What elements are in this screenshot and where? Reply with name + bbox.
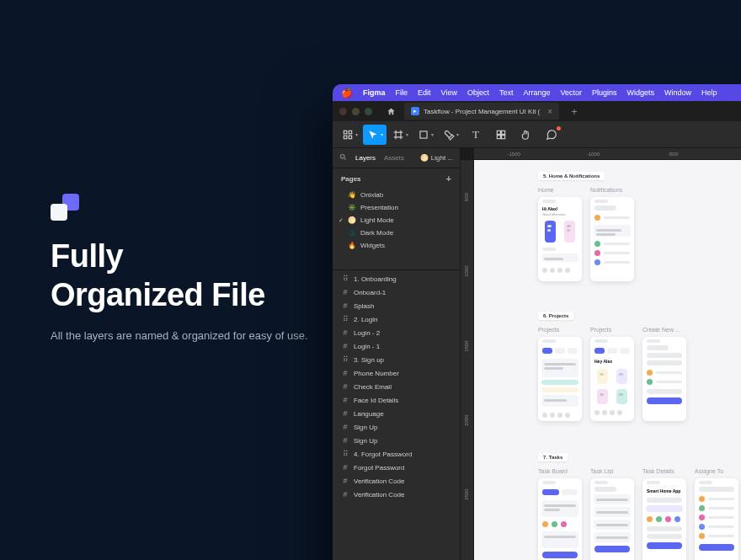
mock-task-details-title: Smart Home App: [642, 487, 686, 495]
canvas-content[interactable]: 5xt.com 5. Home & Notifications Home Not…: [474, 160, 741, 560]
menu-file[interactable]: File: [396, 88, 408, 97]
canvas-area[interactable]: -1500-1000-5000500 500100015002000250030…: [461, 148, 741, 560]
new-tab-button[interactable]: +: [571, 105, 578, 118]
tab-close-icon[interactable]: ×: [547, 107, 552, 116]
frame-label-task-board[interactable]: Task Board: [538, 468, 568, 474]
layer-frame-language[interactable]: #Language: [333, 407, 460, 420]
layer-frame-forgot-password[interactable]: #Forgot Password: [333, 461, 460, 474]
page-item-more[interactable]: [333, 252, 460, 264]
traffic-lights: [339, 108, 372, 115]
layer-section-signup[interactable]: ⠿3. Sign up: [333, 353, 460, 366]
frame-projects-1[interactable]: [538, 337, 582, 421]
page-selector-chip[interactable]: 🌕 Light ...: [420, 154, 453, 162]
figma-window: 🍎 Figma File Edit View Object Text Arran…: [333, 84, 741, 560]
frame-task-board[interactable]: [538, 478, 582, 560]
section-label-tasks[interactable]: 7. Tasks: [538, 453, 568, 461]
menu-edit[interactable]: Edit: [418, 88, 431, 97]
section-label-projects[interactable]: 6. Projects: [538, 312, 573, 320]
layer-section-login[interactable]: ⠿2. Login: [333, 312, 460, 326]
window-zoom-icon[interactable]: [365, 108, 372, 115]
pages-header-label: Pages: [341, 175, 361, 183]
tab-assets[interactable]: Assets: [384, 154, 404, 162]
frame-label-projects-2[interactable]: Projects: [590, 327, 611, 333]
layer-frame-onboard-1[interactable]: #Onboard-1: [333, 285, 460, 299]
layer-frame-login-2[interactable]: #Login - 2: [333, 326, 460, 339]
window-close-icon[interactable]: [339, 108, 347, 115]
file-tab[interactable]: ▸ Taskflow - Project Management UI Kit (…: [404, 103, 559, 120]
frame-notifications[interactable]: [590, 197, 634, 281]
menu-plugins[interactable]: Plugins: [592, 88, 617, 97]
layer-frame-check-email[interactable]: #Check Email: [333, 380, 460, 393]
layer-frame-phone-number[interactable]: #Phone Number: [333, 366, 460, 380]
frame-tool-button[interactable]: ▾: [388, 125, 412, 145]
menu-vector[interactable]: Vector: [560, 88, 582, 97]
section-label-home[interactable]: 5. Home & Notifications: [538, 172, 605, 180]
layer-section-onboarding[interactable]: ⠿1. Onboarding: [333, 272, 460, 285]
home-tab-icon[interactable]: [382, 104, 399, 118]
page-item-dark-mode[interactable]: 🌑Dark Mode: [333, 227, 460, 239]
menu-help[interactable]: Help: [701, 88, 717, 97]
frame-label-assigne-to[interactable]: Assigne To: [695, 468, 723, 474]
menu-object[interactable]: Object: [467, 88, 489, 97]
frame-label-task-list[interactable]: Task List: [590, 468, 613, 474]
frame-label-task-details[interactable]: Task Details: [642, 468, 674, 474]
menu-arrange[interactable]: Arrange: [523, 88, 550, 97]
frame-label-projects-1[interactable]: Projects: [538, 327, 559, 333]
resources-button[interactable]: [489, 125, 513, 145]
layer-frame-sign-up[interactable]: #Sign Up: [333, 420, 460, 434]
frame-label-notifications[interactable]: Notifications: [590, 187, 622, 193]
page-item-onixlab[interactable]: 👋Onixlab: [333, 189, 460, 201]
layer-frame-splash[interactable]: #Splash: [333, 299, 460, 312]
menu-text[interactable]: Text: [499, 88, 514, 97]
menu-window[interactable]: Window: [664, 88, 691, 97]
layer-frame-verification-1[interactable]: #Verification Code: [333, 474, 460, 488]
page-item-presentation[interactable]: ✳️Presentation: [333, 201, 460, 214]
ruler-vertical: 50010001500200025003000: [461, 160, 474, 560]
frame-label-home[interactable]: Home: [538, 187, 554, 193]
layer-frame-face-id[interactable]: #Face Id Details: [333, 393, 460, 407]
file-tab-badge-icon: ▸: [411, 107, 419, 115]
frame-create-new[interactable]: [642, 337, 686, 421]
hand-tool-button[interactable]: [514, 125, 538, 145]
main-menu-button[interactable]: ▾: [338, 125, 361, 145]
mock-home-sub: Good afternoon: [538, 212, 582, 218]
svg-rect-4: [419, 131, 426, 137]
frame-task-details[interactable]: Smart Home App: [642, 478, 686, 560]
svg-rect-7: [497, 135, 500, 138]
app-menu-figma[interactable]: Figma: [363, 88, 386, 97]
search-icon[interactable]: [339, 153, 347, 163]
window-titlebar: ▸ Taskflow - Project Management UI Kit (…: [333, 101, 741, 121]
frame-assigne-to[interactable]: [695, 478, 738, 560]
promo-icon: [51, 194, 79, 222]
ruler-horizontal: -1500-1000-5000500: [474, 148, 741, 160]
apple-menu-icon[interactable]: 🍎: [341, 88, 353, 99]
frame-label-create-new[interactable]: Create New ...: [642, 327, 680, 333]
pages-list: 👋Onixlab ✳️Presentation 🌕Light Mode 🌑Dar…: [333, 189, 460, 269]
layer-section-forgot[interactable]: ⠿4. Forgot Password: [333, 447, 460, 461]
promo-subtitle: All the layers are named & organized for…: [51, 328, 320, 344]
layer-frame-login-1[interactable]: #Login - 1: [333, 339, 460, 353]
add-page-button[interactable]: +: [446, 173, 451, 184]
text-tool-button[interactable]: T: [464, 125, 488, 145]
shape-tool-button[interactable]: ▾: [413, 125, 437, 145]
move-tool-button[interactable]: ▾: [363, 125, 386, 145]
mock-projects-greeting: Hey Alex: [590, 356, 634, 366]
svg-rect-6: [502, 131, 505, 134]
frame-projects-2[interactable]: Hey Alex: [590, 337, 634, 421]
svg-rect-5: [497, 131, 500, 134]
svg-rect-8: [502, 135, 505, 138]
frame-task-list[interactable]: [590, 478, 634, 560]
mock-home-greeting: Hi Alex!: [538, 205, 582, 212]
frame-home[interactable]: Hi Alex! Good afternoon: [538, 197, 582, 281]
tab-layers[interactable]: Layers: [355, 154, 376, 162]
comment-tool-button[interactable]: [540, 125, 563, 145]
layer-frame-verification-2[interactable]: #Verification Code: [333, 488, 460, 501]
layer-frame-sign-up-2[interactable]: #Sign Up: [333, 434, 460, 447]
window-minimize-icon[interactable]: [352, 108, 360, 115]
svg-rect-1: [349, 131, 352, 134]
pen-tool-button[interactable]: ▾: [439, 125, 462, 145]
menu-widgets[interactable]: Widgets: [627, 88, 655, 97]
page-item-widgets[interactable]: 🔥Widgets: [333, 239, 460, 252]
page-item-light-mode[interactable]: 🌕Light Mode: [333, 214, 460, 227]
menu-view[interactable]: View: [441, 88, 457, 97]
